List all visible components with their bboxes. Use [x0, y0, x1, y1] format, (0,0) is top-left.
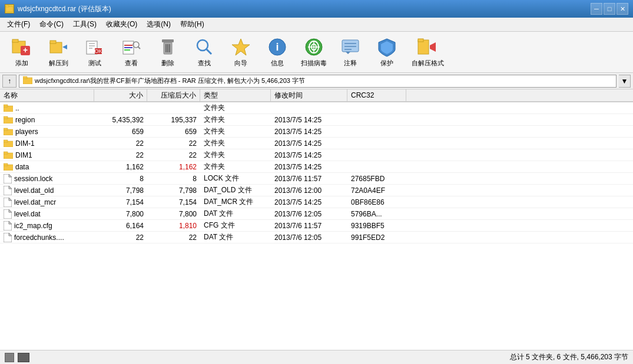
file-name-cell: players	[0, 128, 94, 136]
table-row[interactable]: data1,1621,162文件夹2013/7/5 14:25	[0, 161, 633, 173]
menu-command[interactable]: 命令(C)	[35, 18, 68, 31]
file-type-cell: 文件夹	[200, 103, 271, 113]
file-mtime-cell: 2013/7/5 14:25	[271, 198, 347, 206]
file-packed-cell: 22	[147, 151, 200, 159]
folder-icon	[4, 128, 13, 135]
file-size-cell: 22	[94, 139, 147, 148]
file-type-cell: 文件夹	[200, 115, 271, 125]
toolbar-delete-button[interactable]: 删除	[151, 35, 185, 70]
svg-rect-47	[4, 105, 8, 107]
col-header-mtime[interactable]: 修改时间	[271, 89, 347, 101]
file-icon	[4, 209, 12, 219]
toolbar-add-button[interactable]: + 添加	[5, 35, 39, 70]
table-row[interactable]: ic2_map.cfg6,1641,810CFG 文件2013/7/6 11:5…	[0, 220, 633, 232]
title-controls: ─ □ ✕	[591, 3, 628, 15]
toolbar-comment-button[interactable]: 注释	[333, 35, 367, 70]
file-packed-cell: 1,162	[147, 163, 200, 171]
menu-help[interactable]: 帮助(H)	[175, 18, 209, 31]
menu-favorites[interactable]: 收藏夹(O)	[101, 18, 142, 31]
file-packed-cell: 659	[147, 128, 200, 136]
minimize-button[interactable]: ─	[591, 3, 602, 15]
file-type-cell: CFG 文件	[200, 221, 271, 231]
status-icon	[5, 353, 14, 362]
file-name-cell: level.dat_old	[0, 186, 94, 195]
file-mtime-cell: 2013/7/5 14:25	[271, 128, 347, 136]
col-header-type[interactable]: 类型	[200, 89, 271, 101]
svg-rect-42	[418, 39, 423, 42]
svg-line-20	[138, 46, 140, 49]
address-dropdown-button[interactable]: ▼	[619, 75, 631, 88]
file-name-cell: DIM1	[0, 151, 94, 159]
svg-rect-7	[50, 41, 56, 44]
file-mtime-cell: 2013/7/6 11:57	[271, 175, 347, 183]
table-row[interactable]: region5,435,392195,337文件夹2013/7/5 14:25	[0, 114, 633, 126]
close-button[interactable]: ✕	[617, 3, 628, 15]
file-packed-cell: 7,798	[147, 186, 200, 195]
toolbar-test-button[interactable]: OK 测试	[78, 35, 112, 70]
svg-rect-53	[4, 140, 8, 142]
toolbar-view-button[interactable]: 查看	[114, 35, 148, 70]
col-header-crc32[interactable]: CRC32	[347, 89, 406, 101]
menu-file[interactable]: 文件(F)	[2, 18, 35, 31]
extract-icon	[48, 36, 69, 58]
toolbar-scan-button[interactable]: 扫描病毒	[297, 35, 331, 70]
file-list-area[interactable]: 名称 大小 压缩后大小 类型 修改时间 CRC32 ..文件夹 region5,…	[0, 89, 633, 350]
file-name-cell: ic2_map.cfg	[0, 221, 94, 231]
file-packed-cell: 7,154	[147, 198, 200, 206]
table-row[interactable]: ..文件夹	[0, 102, 633, 114]
table-row[interactable]: session.lock88LOCK 文件2013/7/6 11:5727685…	[0, 173, 633, 185]
file-mtime-cell: 2013/7/5 14:25	[271, 139, 347, 148]
file-crc-cell: 5796BA...	[347, 210, 406, 218]
status-summary: 总计 5 文件夹, 6 文件, 5,466,203 字节	[510, 352, 628, 362]
table-row[interactable]: level.dat_old7,7987,798DAT_OLD 文件2013/7/…	[0, 185, 633, 196]
status-icon2	[18, 353, 29, 362]
svg-rect-55	[4, 152, 8, 154]
file-rows-container: ..文件夹 region5,435,392195,337文件夹2013/7/5 …	[0, 102, 633, 243]
test-label: 测试	[88, 59, 101, 68]
toolbar-find-button[interactable]: 查找	[187, 35, 221, 70]
menu-tools[interactable]: 工具(S)	[68, 18, 101, 31]
toolbar-sfx-button[interactable]: 自解压格式	[406, 35, 449, 70]
svg-marker-67	[9, 221, 12, 224]
file-type-cell: LOCK 文件	[200, 173, 271, 183]
col-header-packed[interactable]: 压缩后大小	[147, 89, 200, 101]
menu-options[interactable]: 选项(N)	[142, 18, 175, 31]
col-header-size[interactable]: 大小	[94, 89, 147, 101]
add-label: 添加	[15, 59, 28, 68]
file-icon	[4, 233, 12, 242]
address-path[interactable]: wdsjcfxngcdtcd.rar\我的世界CF新年广场地图存档 - RAR …	[19, 75, 617, 88]
file-size-cell: 22	[94, 233, 147, 242]
svg-marker-63	[9, 198, 12, 201]
toolbar-wizard-button[interactable]: 向导	[224, 35, 258, 70]
file-crc-cell: 72A0A4EF	[347, 186, 406, 195]
table-row[interactable]: DIM-12222文件夹2013/7/5 14:25	[0, 138, 633, 149]
file-crc-cell: 991F5ED2	[347, 233, 406, 242]
file-packed-cell: 1,810	[147, 222, 200, 230]
table-row[interactable]: players659659文件夹2013/7/5 14:25	[0, 126, 633, 138]
maximize-button[interactable]: □	[604, 3, 615, 15]
col-header-name[interactable]: 名称	[0, 89, 94, 101]
table-row[interactable]: level.dat7,8007,800DAT 文件2013/7/6 12:055…	[0, 208, 633, 220]
file-type-cell: DAT_MCR 文件	[200, 197, 271, 207]
table-row[interactable]: DIM12222文件夹2013/7/5 14:25	[0, 149, 633, 161]
file-packed-cell: 22	[147, 233, 200, 242]
table-row[interactable]: level.dat_mcr7,1547,154DAT_MCR 文件2013/7/…	[0, 196, 633, 208]
file-packed-cell: 8	[147, 175, 200, 183]
toolbar-info-button[interactable]: i 信息	[260, 35, 294, 70]
navigate-up-button[interactable]: ↑	[2, 75, 16, 88]
add-icon: +	[11, 36, 32, 58]
svg-rect-17	[124, 47, 132, 48]
file-icon	[4, 221, 12, 231]
file-size-cell: 5,435,392	[94, 116, 147, 124]
wizard-icon	[230, 36, 251, 58]
file-name-cell: level.dat	[0, 209, 94, 219]
svg-text:i: i	[276, 41, 279, 53]
scan-icon	[303, 36, 324, 58]
file-packed-cell: 22	[147, 139, 200, 148]
table-row[interactable]: forcedchunks....2222DAT 文件2013/7/6 12:05…	[0, 232, 633, 243]
info-icon: i	[267, 36, 288, 58]
toolbar-protect-button[interactable]: 保护	[370, 35, 404, 70]
protect-label: 保护	[380, 59, 393, 68]
toolbar-extract-button[interactable]: 解压到	[41, 35, 75, 70]
file-size-cell: 1,162	[94, 163, 147, 171]
